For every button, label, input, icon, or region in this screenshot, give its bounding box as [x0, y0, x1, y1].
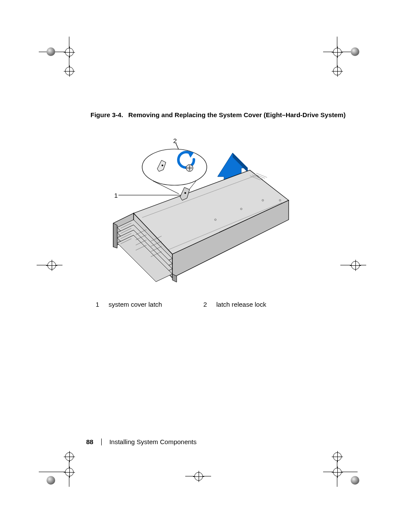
figure-title: Removing and Replacing the System Cover …: [128, 111, 346, 118]
footer-divider-icon: [101, 439, 102, 445]
page: Figure 3-4.Removing and Replacing the Sy…: [0, 0, 411, 532]
figure-legend: 1 system cover latch 2 latch release loc…: [96, 301, 311, 308]
system-cover-diagram: 1 2: [108, 129, 293, 293]
crop-mark-icon: [340, 250, 375, 284]
legend-num: 1: [96, 301, 109, 308]
page-footer: 88 Installing System Components: [86, 438, 196, 445]
svg-point-2: [142, 149, 207, 185]
crop-mark-icon: [185, 465, 220, 500]
crop-mark-icon: [37, 250, 71, 284]
section-title: Installing System Components: [109, 438, 197, 445]
legend-num: 2: [203, 301, 216, 308]
server-chassis-icon: [108, 129, 293, 293]
svg-point-4: [162, 165, 163, 166]
figure-number: Figure 3-4.: [90, 111, 123, 118]
figure-caption: Figure 3-4.Removing and Replacing the Sy…: [90, 111, 346, 118]
svg-point-17: [184, 192, 186, 194]
crop-mark-icon: [39, 37, 73, 71]
callout-2: 2: [173, 137, 177, 144]
callout-1: 1: [114, 192, 118, 199]
legend-label: system cover latch: [109, 301, 203, 308]
crop-mark-icon: [323, 37, 358, 71]
page-number: 88: [86, 438, 93, 445]
crop-mark-icon: [323, 452, 358, 487]
svg-marker-46: [113, 223, 117, 248]
crop-mark-icon: [39, 452, 73, 487]
legend-label: latch release lock: [216, 301, 311, 308]
